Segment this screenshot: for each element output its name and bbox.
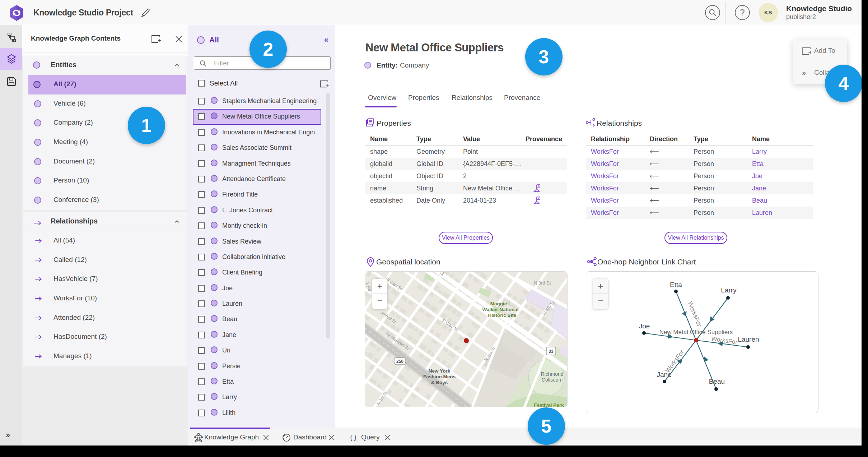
- svg-text:Lauren: Lauren: [738, 336, 759, 343]
- svg-text:New York: New York: [429, 368, 451, 374]
- svg-text:Joe: Joe: [639, 322, 650, 330]
- svg-text:Larry: Larry: [721, 286, 737, 294]
- svg-text:& Boys: & Boys: [431, 380, 448, 385]
- svg-text:Beau: Beau: [709, 378, 725, 385]
- svg-text:Historic Site: Historic Site: [488, 313, 517, 318]
- svg-text:33: 33: [549, 349, 554, 354]
- svg-text:Maggie L.: Maggie L.: [490, 301, 513, 306]
- svg-text:Coliseum: Coliseum: [542, 377, 563, 383]
- svg-text:Jane: Jane: [657, 371, 671, 378]
- svg-text:N 3rd St: N 3rd St: [534, 280, 551, 286]
- svg-text:Walker National: Walker National: [482, 307, 519, 312]
- svg-text:WorksFor: WorksFor: [664, 348, 686, 374]
- svg-text:New Metal Office Suppliers: New Metal Office Suppliers: [659, 329, 733, 336]
- svg-text:Richmond: Richmond: [541, 371, 563, 377]
- svg-text:Festival Park: Festival Park: [534, 402, 564, 407]
- svg-text:Fashion Mens: Fashion Mens: [423, 374, 456, 379]
- svg-text:Etta: Etta: [670, 281, 682, 288]
- svg-text:250: 250: [396, 359, 403, 364]
